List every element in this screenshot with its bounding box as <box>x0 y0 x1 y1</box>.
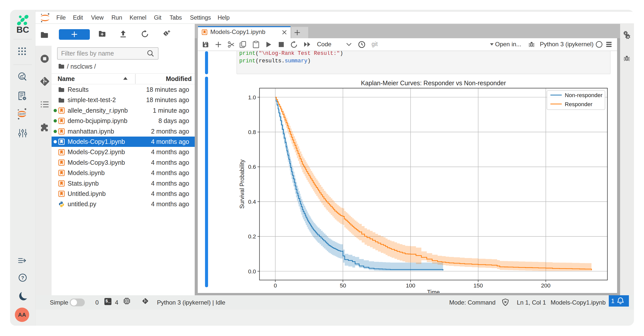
svg-text:?: ? <box>21 275 24 280</box>
svg-text:Survival Probability: Survival Probability <box>239 159 245 209</box>
svg-text:Kaplan-Meier Curves: Responder: Kaplan-Meier Curves: Responder vs Non-re… <box>361 79 506 87</box>
svg-text:150: 150 <box>473 282 483 289</box>
svg-text:Time: Time <box>427 289 440 293</box>
svg-text:50: 50 <box>340 282 346 289</box>
svg-text:0.6: 0.6 <box>248 164 256 170</box>
svg-text:1.0: 1.0 <box>248 94 256 101</box>
svg-text:0.2: 0.2 <box>248 233 256 240</box>
svg-text:0.0: 0.0 <box>248 268 256 275</box>
svg-text:0.4: 0.4 <box>248 199 256 205</box>
svg-text:Non-responder: Non-responder <box>565 92 603 98</box>
svg-text:Responder: Responder <box>565 101 593 107</box>
svg-text:jupyter: jupyter <box>18 112 26 115</box>
svg-text:100: 100 <box>406 282 415 289</box>
svg-text:200: 200 <box>541 282 551 289</box>
svg-text:0: 0 <box>274 282 277 289</box>
svg-text:0.8: 0.8 <box>248 129 256 135</box>
